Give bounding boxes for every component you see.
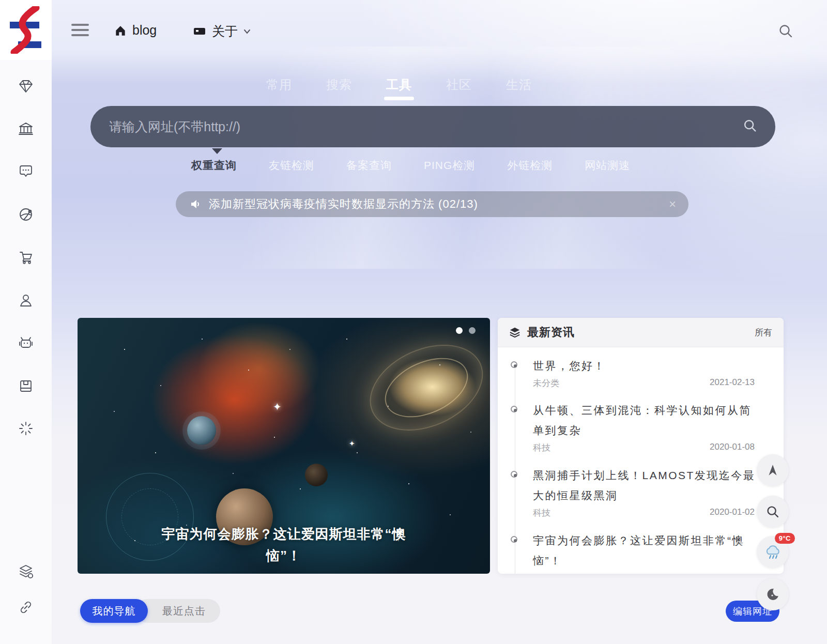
bank-icon[interactable]: [17, 120, 35, 137]
url-input[interactable]: [90, 106, 742, 147]
chevron-down-icon: [243, 28, 251, 35]
planet-dark-decoration: [305, 464, 328, 486]
dark-mode-button[interactable]: [757, 578, 789, 610]
gem-icon[interactable]: [17, 78, 35, 95]
link-icon[interactable]: [17, 599, 35, 616]
site-logo[interactable]: [0, 0, 52, 60]
news-item-category[interactable]: 未分类: [533, 377, 559, 389]
news-panel-title: 最新资讯: [527, 325, 575, 340]
tab-community[interactable]: 社区: [446, 76, 472, 100]
tab-search[interactable]: 搜索: [326, 76, 352, 100]
hero-carousel[interactable]: ✦ ✦ 宇宙为何会膨胀？这让爱因斯坦非常“懊恼”！: [78, 318, 490, 574]
chat-icon[interactable]: [17, 162, 35, 180]
carousel-dots: [456, 327, 476, 334]
sparkle-decoration: ✦: [349, 439, 355, 448]
tooltab-icp-query[interactable]: 备案查询: [346, 158, 392, 173]
header-search-icon[interactable]: [777, 23, 794, 41]
carousel-dot-2[interactable]: [469, 327, 476, 334]
home-icon: [114, 24, 127, 37]
main-tabs: 常用 搜索 工具 社区 生活: [266, 76, 532, 100]
weather-button[interactable]: 9°C: [757, 536, 789, 568]
layers-icon[interactable]: [17, 563, 35, 580]
tooltab-friend-links[interactable]: 友链检测: [269, 158, 314, 173]
robot-icon[interactable]: [17, 335, 35, 352]
carousel-dot-1[interactable]: [456, 327, 463, 334]
message-board-icon: [192, 25, 207, 38]
tool-tabs: 权重查询 友链检测 备案查询 PING检测 外链检测 网站测速: [191, 158, 630, 173]
recent-clicks-button[interactable]: 最近点击: [135, 599, 220, 623]
news-item-title[interactable]: 世界，您好！: [533, 356, 756, 376]
archive-icon[interactable]: [17, 377, 35, 395]
tooltab-ping[interactable]: PING检测: [424, 158, 475, 173]
news-item-category[interactable]: 科技: [533, 507, 550, 519]
announcement-text[interactable]: 添加新型冠状病毒疫情实时数据显示的方法 (02/13): [209, 196, 669, 212]
news-item-date: 2020-01-08: [710, 442, 755, 454]
news-item-meta: 科技 2020-01-08: [533, 442, 755, 454]
news-item-title[interactable]: 黑洞捕手计划上线！LAMOST发现迄今最大的恒星级黑洞: [533, 465, 756, 505]
up-arrow-icon: [766, 464, 779, 477]
news-item-date: 2021-02-13: [710, 377, 755, 389]
url-search-bar: [90, 106, 775, 147]
carousel-caption[interactable]: 宇宙为何会膨胀？这让爱因斯坦非常“懊恼”！: [78, 523, 490, 566]
tooltab-backlinks[interactable]: 外链检测: [507, 158, 553, 173]
announcement-bar: 添加新型冠状病毒疫情实时数据显示的方法 (02/13) ×: [176, 191, 688, 217]
sidebar: [0, 0, 52, 644]
news-item-title[interactable]: 宇宙为何会膨胀？这让爱因斯坦非常“懊恼”！: [533, 530, 756, 571]
top-header: blog 关于: [52, 0, 827, 60]
stack-icon: [509, 327, 520, 338]
about-label: 关于: [212, 23, 238, 40]
sparkle-decoration: ✦: [273, 401, 282, 413]
about-menu[interactable]: 关于: [192, 23, 251, 40]
weather-cloud-icon: [763, 544, 782, 560]
latest-news-panel: 最新资讯 所有 世界，您好！ 未分类 2021-02-13 从牛顿、三体到混沌：…: [498, 318, 784, 574]
news-bullet: [511, 406, 517, 412]
search-submit-icon[interactable]: [742, 118, 758, 135]
tab-life[interactable]: 生活: [506, 76, 532, 100]
tooltab-weight-query[interactable]: 权重查询: [191, 158, 237, 173]
news-item-meta: 未分类 2021-02-13: [533, 377, 755, 389]
news-all-link[interactable]: 所有: [755, 327, 772, 339]
news-item-date: 2020-01-02: [710, 507, 755, 519]
menu-icon[interactable]: [71, 24, 89, 36]
active-tab-underline: [384, 97, 414, 100]
tab-common[interactable]: 常用: [266, 76, 292, 100]
news-item-category[interactable]: 科技: [533, 442, 550, 454]
user-icon[interactable]: [17, 292, 35, 309]
tab-tools[interactable]: 工具: [386, 76, 412, 100]
news-list: 世界，您好！ 未分类 2021-02-13 从牛顿、三体到混沌：科学认知如何从简…: [498, 347, 784, 574]
active-tool-caret: [212, 148, 222, 154]
planet-blue-decoration: [187, 416, 216, 445]
news-item-title[interactable]: 从牛顿、三体到混沌：科学认知如何从简单到复杂: [533, 400, 756, 440]
globe-icon[interactable]: [17, 206, 35, 223]
page: blog 关于 常用 搜索 工具 社区 生活 权重查询 友链检测 备案查询 PI…: [0, 0, 827, 644]
news-bullet: [511, 361, 517, 368]
home-label: blog: [132, 23, 157, 38]
news-item-meta: 科技 2020-01-02: [533, 507, 755, 519]
search-icon: [765, 504, 780, 519]
z-logo-icon: [8, 6, 44, 54]
moon-icon: [765, 587, 780, 602]
back-to-top-button[interactable]: [757, 454, 789, 486]
news-header: 最新资讯 所有: [498, 318, 784, 347]
close-icon[interactable]: ×: [669, 197, 676, 211]
news-bullet: [511, 471, 517, 478]
burst-icon[interactable]: [17, 420, 35, 437]
weather-temp-badge: 9°C: [775, 533, 795, 544]
speaker-icon: [189, 198, 202, 210]
my-nav-button[interactable]: 我的导航: [80, 599, 148, 623]
home-link[interactable]: blog: [114, 23, 157, 38]
float-search-button[interactable]: [757, 496, 789, 528]
tooltab-speed-test[interactable]: 网站测速: [585, 158, 630, 173]
cart-icon[interactable]: [17, 248, 35, 266]
news-bullet: [511, 536, 517, 543]
